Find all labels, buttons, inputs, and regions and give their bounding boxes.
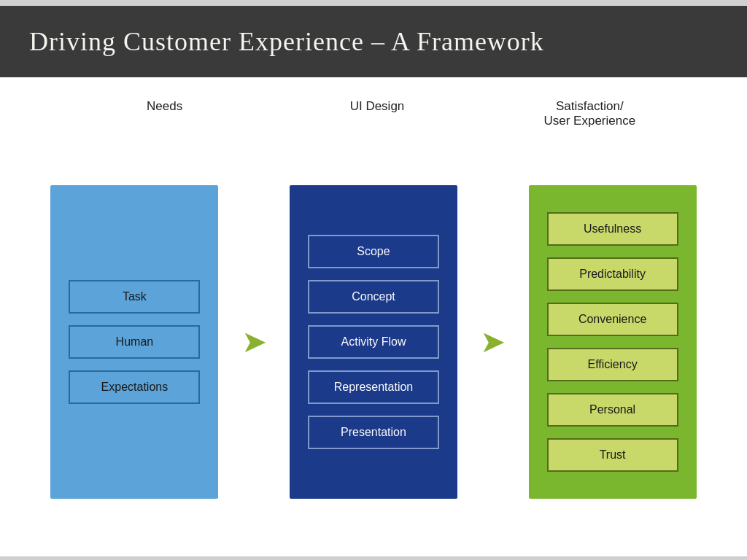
satisfaction-item-predictability: Predictability	[547, 257, 678, 291]
uidesign-item-representation: Representation	[308, 370, 439, 404]
uidesign-column: Scope Concept Activity Flow Representati…	[290, 185, 457, 499]
satisfaction-item-efficiency: Efficiency	[547, 348, 678, 381]
column-headers: Needs UI Design Satisfaction/ User Exper…	[44, 99, 703, 128]
uidesign-item-scope: Scope	[308, 235, 439, 268]
arrow-1: ➤	[232, 327, 276, 357]
needs-item-human: Human	[69, 325, 200, 359]
bottom-decorative-bar	[0, 556, 747, 560]
page-title: Driving Customer Experience – A Framewor…	[29, 26, 718, 57]
needs-header: Needs	[70, 99, 260, 128]
satisfaction-column: Usefulness Predictability Convenience Ef…	[529, 185, 697, 499]
uidesign-item-concept: Concept	[308, 280, 439, 314]
right-arrow-icon: ➤	[241, 327, 267, 357]
satisfaction-item-personal: Personal	[547, 393, 678, 427]
satisfaction-item-convenience: Convenience	[547, 303, 678, 336]
uidesign-header: UI Design	[282, 99, 472, 128]
arrow-2: ➤	[471, 327, 515, 357]
needs-item-expectations: Expectations	[69, 370, 200, 404]
satisfaction-header: Satisfaction/ User Experience	[495, 99, 684, 128]
uidesign-item-activityflow: Activity Flow	[308, 325, 439, 359]
satisfaction-item-trust: Trust	[547, 438, 678, 472]
uidesign-item-presentation: Presentation	[308, 416, 439, 449]
top-decorative-bar	[0, 0, 747, 6]
page-header: Driving Customer Experience – A Framewor…	[0, 6, 747, 77]
right-arrow-icon-2: ➤	[480, 327, 506, 357]
columns-area: Task Human Expectations ➤ Scope Concept …	[44, 141, 703, 542]
needs-column: Task Human Expectations	[50, 185, 218, 499]
main-content: Needs UI Design Satisfaction/ User Exper…	[0, 77, 747, 556]
needs-item-task: Task	[69, 280, 200, 314]
satisfaction-item-usefulness: Usefulness	[547, 212, 678, 246]
